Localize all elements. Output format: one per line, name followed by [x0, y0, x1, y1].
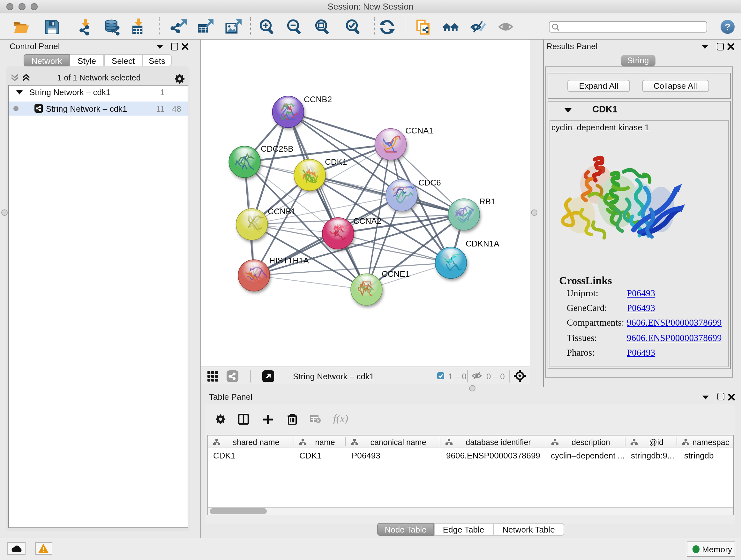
svg-text:CCNE1: CCNE1	[382, 269, 410, 279]
svg-text:CDKN1A: CDKN1A	[466, 239, 499, 248]
svg-text:CDK1: CDK1	[325, 157, 347, 167]
svg-text:HIST1H1A: HIST1H1A	[269, 256, 309, 265]
svg-text:CDC25B: CDC25B	[261, 144, 293, 153]
svg-text:CDC6: CDC6	[418, 178, 441, 187]
svg-text:CCNA1: CCNA1	[405, 126, 433, 135]
svg-text:CCNB1: CCNB1	[268, 206, 296, 216]
svg-text:CCNA2: CCNA2	[353, 216, 381, 226]
svg-text:CCNB2: CCNB2	[304, 95, 332, 104]
svg-text:RB1: RB1	[479, 197, 495, 206]
